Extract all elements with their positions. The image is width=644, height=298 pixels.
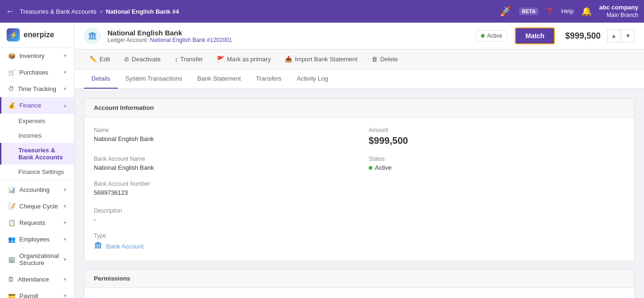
match-button[interactable]: Match xyxy=(515,27,554,44)
expenses-label: Expenses xyxy=(18,117,45,124)
edit-button[interactable]: ✏️ Edit xyxy=(84,53,116,65)
top-nav: ← Treasuries & Bank Accounts > National … xyxy=(0,0,644,23)
mark-primary-label: Mark as primary xyxy=(227,56,271,63)
sidebar-item-inventory[interactable]: 📦 Inventory ▼ xyxy=(0,48,74,64)
transfer-icon: ↕ xyxy=(175,56,178,63)
amount-value: $999,500 xyxy=(369,135,625,146)
chevron-down-icon: ▼ xyxy=(63,204,67,209)
tab-details[interactable]: Details xyxy=(84,69,118,89)
type-label: Type xyxy=(94,232,350,239)
ledger-link[interactable]: National English Bank #1202001 xyxy=(150,37,232,43)
chevron-down-icon: ▼ xyxy=(63,53,67,58)
chevron-down-icon: ▼ xyxy=(63,257,67,262)
company-info: abc company Main Branch xyxy=(599,4,638,19)
sidebar-item-cheque-cycle[interactable]: 📝 Cheque Cycle ▼ xyxy=(0,198,74,215)
chevron-down-icon: ▼ xyxy=(63,70,67,75)
sidebar-label-attendance: Attendance xyxy=(18,276,49,283)
tab-bank-statement-label: Bank Statement xyxy=(197,75,241,82)
sidebar-item-purchases[interactable]: 🛒 Purchases ▼ xyxy=(0,64,74,81)
notification-icon[interactable]: 🔔 xyxy=(581,6,592,17)
transfer-button[interactable]: ↕ Transfer xyxy=(169,53,208,65)
import-button[interactable]: 📥 Import Bank Statement xyxy=(279,53,363,65)
beta-badge: BETA xyxy=(519,8,538,15)
status-text-value: Active xyxy=(375,164,391,171)
logo-text: enerpize xyxy=(24,31,54,39)
content-header: National English Bank Ledger Account: Na… xyxy=(74,23,644,50)
cheque-cycle-icon: 📝 xyxy=(8,203,16,210)
nav-down-button[interactable]: ▼ xyxy=(621,29,635,42)
status-value: Active xyxy=(369,164,625,171)
mark-primary-button[interactable]: 🚩 Mark as primary xyxy=(211,53,276,65)
sidebar-sub-finance-settings[interactable]: Finance Settings xyxy=(0,165,74,179)
sidebar-label-payroll: Payroll xyxy=(19,292,38,298)
chevron-down-icon: ▼ xyxy=(63,220,67,225)
sidebar-item-time-tracking[interactable]: ⏱ Time Tracking ▼ xyxy=(0,81,74,97)
back-button[interactable]: ← xyxy=(6,7,14,17)
description-field: Description - xyxy=(94,207,350,223)
permissions-section: Permissions Deposit Everyone Withdraw Ev… xyxy=(84,269,635,298)
tab-bank-statement[interactable]: Bank Statement xyxy=(190,69,248,89)
sidebar-item-attendance[interactable]: 🗓 Attendance ▼ xyxy=(0,271,74,288)
status-text: Active xyxy=(487,33,503,39)
tab-details-label: Details xyxy=(91,75,110,82)
breadcrumb-separator: > xyxy=(99,8,103,15)
help-label[interactable]: Help xyxy=(561,8,574,15)
sidebar-item-accounting[interactable]: 📊 Accounting ▼ xyxy=(0,182,74,198)
bank-title: National English Bank Ledger Account: Na… xyxy=(107,29,468,43)
name-value: National English Bank xyxy=(94,135,350,142)
permissions-header: Permissions xyxy=(84,269,634,288)
chevron-down-icon: ▼ xyxy=(63,187,67,192)
sidebar-label-requests: Requests xyxy=(19,219,45,226)
sidebar-item-employees[interactable]: 👥 Employees ▼ xyxy=(0,231,74,248)
sidebar-item-payroll[interactable]: 💳 Payroll ▼ xyxy=(0,288,74,298)
breadcrumb-parent[interactable]: Treasuries & Bank Accounts xyxy=(20,8,97,15)
bank-account-number-label: Bank Account Number xyxy=(94,181,350,187)
type-value: Bank Account xyxy=(94,241,350,251)
inventory-icon: 📦 xyxy=(8,52,16,59)
sidebar-label-inventory: Inventory xyxy=(19,52,44,59)
sidebar-label-finance: Finance xyxy=(19,102,41,109)
edit-label: Edit xyxy=(99,56,110,63)
edit-icon: ✏️ xyxy=(90,56,97,63)
deactivate-button[interactable]: ⊘ Deactivate xyxy=(118,53,166,65)
tab-activity-log[interactable]: Activity Log xyxy=(289,69,335,89)
time-tracking-icon: ⏱ xyxy=(8,85,14,92)
delete-button[interactable]: 🗑 Delete xyxy=(366,53,404,65)
type-bank-icon xyxy=(94,241,102,251)
tab-system-transactions[interactable]: System Transactions xyxy=(118,69,190,89)
bank-icon xyxy=(84,27,101,44)
description-value: - xyxy=(94,216,350,223)
sidebar-sub-expenses[interactable]: Expenses xyxy=(0,114,74,128)
account-info-body: Name National English Bank Amount $999,5… xyxy=(84,117,634,261)
sidebar-item-requests[interactable]: 📋 Requests ▼ xyxy=(0,215,74,231)
sidebar-item-finance[interactable]: 💰 Finance ▲ xyxy=(0,97,74,114)
sidebar-sub-treasuries[interactable]: Treasuries & Bank Accounts xyxy=(0,143,74,165)
status-green-dot xyxy=(369,166,372,170)
tab-transfers[interactable]: Transfers xyxy=(248,69,289,89)
top-nav-right: 🚀 BETA ❓ Help 🔔 abc company Main Branch xyxy=(500,4,638,19)
sidebar-item-org-structure[interactable]: 🏢 Organizational Structure ▼ xyxy=(0,248,74,271)
account-fields-grid: Name National English Bank Amount $999,5… xyxy=(94,127,625,251)
ledger-account: Ledger Account: National English Bank #1… xyxy=(107,37,468,43)
bank-account-name-label: Bank Account Name xyxy=(94,156,350,162)
help-icon: ❓ xyxy=(546,8,553,15)
page-content: Account Information Name National Englis… xyxy=(74,89,644,298)
deactivate-icon: ⊘ xyxy=(124,56,129,63)
nav-up-button[interactable]: ▲ xyxy=(607,29,620,42)
requests-icon: 📋 xyxy=(8,219,16,226)
content-area: National English Bank Ledger Account: Na… xyxy=(74,23,644,298)
sidebar-sub-incomes[interactable]: Incomes xyxy=(0,128,74,143)
chevron-down-icon: ▼ xyxy=(63,237,67,242)
payroll-icon: 💳 xyxy=(8,292,16,298)
chevron-down-icon: ▼ xyxy=(63,86,67,91)
status-field: Status Active xyxy=(369,156,625,171)
breadcrumb: Treasuries & Bank Accounts > National En… xyxy=(20,8,496,15)
description-label: Description xyxy=(94,207,350,214)
org-structure-icon: 🏢 xyxy=(8,256,16,263)
transfer-label: Transfer xyxy=(180,56,203,63)
toolbar: ✏️ Edit ⊘ Deactivate ↕ Transfer 🚩 Mark a… xyxy=(74,50,644,69)
name-field: Name National English Bank xyxy=(94,127,350,146)
chevron-up-icon: ▲ xyxy=(63,103,67,108)
purchases-icon: 🛒 xyxy=(8,69,16,76)
incomes-label: Incomes xyxy=(18,132,41,139)
